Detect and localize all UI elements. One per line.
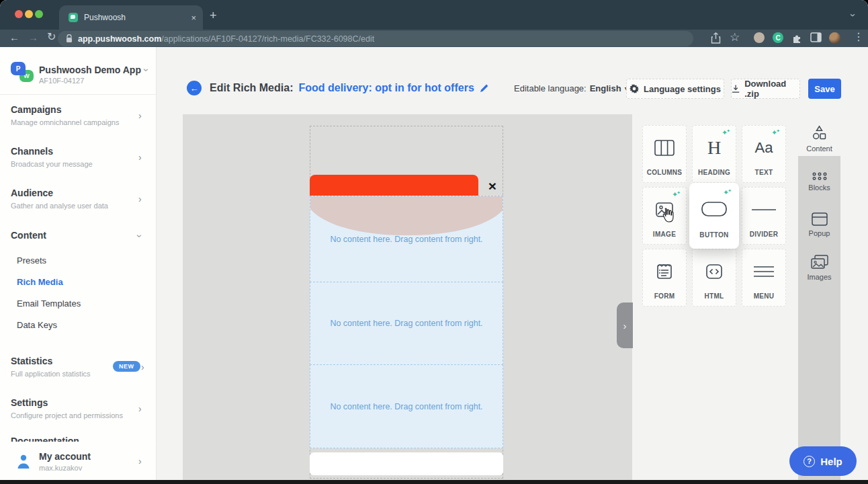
sidebar-item-data-keys[interactable]: Data Keys bbox=[17, 320, 57, 330]
bookmark-star-icon[interactable]: ☆ bbox=[730, 32, 740, 43]
profile-avatar[interactable] bbox=[829, 32, 840, 44]
grammarly-extension-icon[interactable]: C bbox=[773, 32, 783, 43]
language-value: English bbox=[590, 83, 621, 93]
sidebar-item-rich-media[interactable]: Rich Media bbox=[17, 277, 63, 287]
new-badge: NEW bbox=[113, 361, 140, 372]
columns-icon bbox=[643, 135, 686, 161]
popup-header-bar[interactable] bbox=[310, 175, 478, 196]
form-icon bbox=[643, 259, 686, 284]
divider-icon bbox=[742, 197, 785, 223]
dropzone-3[interactable]: No content here. Drag content from right… bbox=[310, 364, 503, 448]
editable-language-dropdown[interactable]: Editable language: English ▾ bbox=[514, 83, 628, 93]
tab-close-icon[interactable]: × bbox=[191, 13, 196, 22]
sidebar: P W Pushwoosh Demo App › AF10F-04127 Cam… bbox=[0, 47, 157, 484]
widget-tile-divider[interactable]: DIVIDER bbox=[742, 187, 786, 245]
extensions-puzzle-icon[interactable] bbox=[791, 32, 803, 44]
widget-tile-columns[interactable]: COLUMNS bbox=[642, 125, 687, 183]
popup-window-icon bbox=[811, 212, 828, 227]
panel-expand-handle[interactable]: › bbox=[617, 302, 633, 348]
chevron-right-icon: › bbox=[138, 111, 142, 120]
chevron-right-icon: › bbox=[138, 153, 142, 162]
browser-menu-dots-icon[interactable]: ⋮ bbox=[853, 32, 864, 42]
popup-footer bbox=[310, 452, 503, 475]
url-text: app.pushwoosh.com/applications/AF10F-041… bbox=[78, 34, 374, 44]
widget-tile-html[interactable]: HTML bbox=[692, 249, 736, 307]
help-button[interactable]: ? Help bbox=[789, 446, 857, 476]
content-shapes-icon bbox=[810, 124, 828, 142]
pushwoosh-logo-icon: P W bbox=[11, 62, 34, 85]
url-bar[interactable]: app.pushwoosh.com/applications/AF10F-041… bbox=[58, 31, 693, 46]
widget-tile-heading[interactable]: ✦✦ H HEADING bbox=[692, 125, 736, 183]
screen-bottom-edge bbox=[0, 480, 868, 484]
chevron-down-icon: › bbox=[142, 69, 151, 72]
sidebar-item-content[interactable]: Content bbox=[11, 230, 46, 241]
rail-tab-popup[interactable]: Popup bbox=[798, 204, 840, 245]
chevron-right-icon: › bbox=[141, 362, 144, 372]
chevron-right-icon: › bbox=[138, 456, 142, 466]
mouse-cursor-hand-icon bbox=[661, 207, 675, 223]
lock-icon bbox=[66, 34, 73, 43]
sidebar-item-statistics[interactable]: Statistics Full application statistics bbox=[11, 356, 91, 378]
dropzone-1[interactable]: No content here. Drag content from right… bbox=[310, 196, 503, 282]
rail-tab-content[interactable]: Content bbox=[798, 118, 840, 159]
chevron-down-icon: › bbox=[135, 235, 144, 238]
app-code: AF10F-04127 bbox=[39, 77, 84, 85]
app-name: Pushwoosh Demo App bbox=[39, 65, 141, 75]
browser-tab[interactable]: Pushwoosh × bbox=[59, 5, 203, 30]
tab-title: Pushwoosh bbox=[84, 13, 191, 22]
window-zoom-button[interactable] bbox=[35, 10, 43, 18]
widget-tile-button[interactable]: ✦✦ BUTTON bbox=[689, 183, 739, 249]
sidebar-item-campaigns[interactable]: Campaigns Manage omnichannel campaigns bbox=[11, 104, 119, 126]
language-settings-button[interactable]: Language settings bbox=[626, 79, 724, 99]
sidebar-item-audience[interactable]: Audience Gather and analyse user data bbox=[11, 188, 108, 210]
side-panel-icon[interactable] bbox=[810, 32, 822, 42]
widget-tile-form[interactable]: FORM bbox=[642, 249, 687, 307]
share-icon[interactable] bbox=[711, 32, 721, 44]
browser-reload-icon[interactable]: ↻ bbox=[47, 32, 56, 42]
my-account[interactable]: My account max.kuzakov › bbox=[0, 444, 156, 484]
button-icon bbox=[689, 196, 739, 222]
download-icon bbox=[732, 84, 740, 93]
images-stack-icon bbox=[810, 254, 829, 270]
browser-back-icon[interactable]: ← bbox=[9, 32, 19, 42]
page-title: Edit Rich Media: bbox=[210, 82, 293, 94]
widget-tile-text[interactable]: ✦✦ Aa TEXT bbox=[742, 125, 786, 183]
language-label: Editable language: bbox=[514, 83, 587, 93]
sidebar-item-presets[interactable]: Presets bbox=[17, 255, 46, 266]
rich-media-name[interactable]: Food delivery: opt in for hot offers bbox=[298, 82, 474, 94]
download-zip-button[interactable]: Download .zip bbox=[731, 79, 800, 99]
user-icon bbox=[16, 453, 31, 469]
browser-tabstrip: Pushwoosh × + › bbox=[0, 0, 868, 30]
sidebar-item-settings[interactable]: Settings Configure project and permissio… bbox=[11, 397, 123, 419]
rail-tab-images[interactable]: Images bbox=[798, 247, 840, 288]
edit-pencil-icon[interactable] bbox=[480, 83, 489, 93]
widget-tile-menu[interactable]: MENU bbox=[742, 249, 786, 307]
question-mark-icon: ? bbox=[804, 456, 815, 467]
rail-tab-blocks[interactable]: Blocks bbox=[798, 161, 840, 202]
new-tab-icon[interactable]: + bbox=[210, 9, 217, 22]
extension-icon[interactable] bbox=[754, 32, 765, 43]
heading-icon: H bbox=[693, 135, 736, 161]
back-button[interactable]: ← bbox=[187, 81, 202, 95]
sidebar-item-channels[interactable]: Channels Broadcast your message bbox=[11, 146, 93, 168]
chevron-right-icon: › bbox=[138, 194, 142, 204]
popup-close-icon[interactable]: × bbox=[485, 178, 500, 193]
popup-background-art bbox=[310, 196, 503, 235]
save-button[interactable]: Save bbox=[808, 79, 841, 99]
ai-sparkle-icon: ✦✦ bbox=[723, 189, 733, 196]
window-chevron-icon[interactable]: › bbox=[849, 13, 859, 17]
gear-icon bbox=[630, 84, 639, 93]
app-selector[interactable]: Pushwoosh Demo App › bbox=[39, 65, 148, 75]
app-window: Pushwoosh × + › ← → ↻ app.pushwoosh.com/… bbox=[0, 0, 868, 484]
dropzone-2[interactable]: No content here. Drag content from right… bbox=[310, 282, 503, 365]
window-close-button[interactable] bbox=[15, 10, 23, 18]
browser-forward-icon[interactable]: → bbox=[28, 32, 38, 42]
editor-canvas: × No content here. Drag content from rig… bbox=[183, 114, 632, 484]
menu-icon bbox=[742, 259, 785, 284]
sidebar-item-email-templates[interactable]: Email Templates bbox=[17, 298, 81, 309]
chevron-right-icon: › bbox=[138, 404, 142, 413]
pushwoosh-favicon-icon bbox=[69, 13, 78, 22]
sidebar-item-documentation[interactable]: Documentation bbox=[11, 436, 79, 442]
blocks-dots-icon bbox=[811, 171, 828, 181]
window-minimize-button[interactable] bbox=[25, 10, 33, 18]
